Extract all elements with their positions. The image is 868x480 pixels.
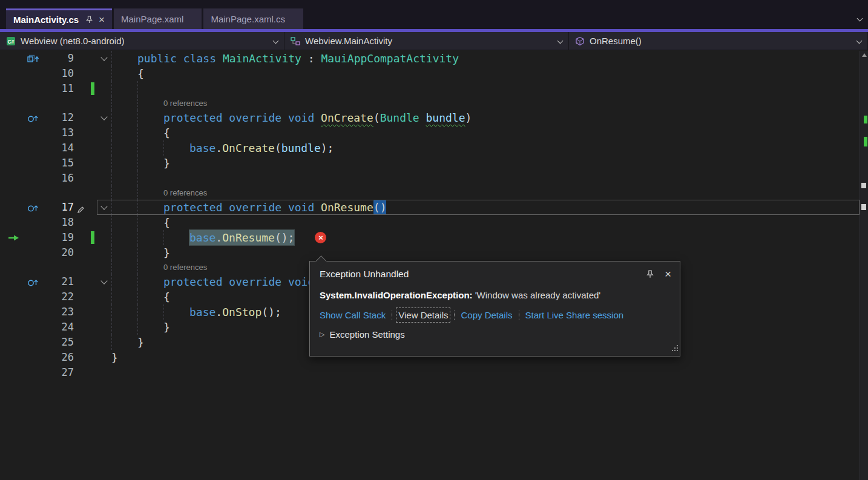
tab-bar: MainActivity.cs × MainPage.xaml MainPage…: [0, 0, 868, 29]
code-text[interactable]: 0 references: [111, 186, 207, 200]
line-number: 17: [44, 200, 74, 215]
inheritance-indicator-icon[interactable]: [23, 51, 44, 66]
code-text[interactable]: {: [111, 125, 170, 140]
change-bar: [91, 231, 94, 244]
pin-icon[interactable]: [645, 269, 655, 279]
code-text[interactable]: 0 references: [111, 260, 207, 274]
resize-grip[interactable]: [671, 342, 679, 355]
code-text[interactable]: }: [111, 320, 170, 335]
chevron-down-icon: [856, 38, 863, 44]
line-number: 10: [44, 66, 74, 81]
code-text[interactable]: protected override void OnResume(): [111, 200, 386, 215]
link-show-call-stack[interactable]: Show Call Stack: [320, 310, 386, 320]
close-icon[interactable]: ×: [665, 268, 671, 280]
code-line[interactable]: 20}: [0, 245, 868, 260]
tab-mainpage-xaml[interactable]: MainPage.xaml: [114, 8, 202, 29]
line-number: 11: [44, 81, 74, 96]
line-number: 19: [44, 230, 74, 245]
override-indicator-icon[interactable]: [23, 274, 44, 289]
line-number: 9: [44, 51, 74, 66]
codelens-row[interactable]: 0 references: [0, 96, 868, 110]
code-text[interactable]: [111, 171, 163, 186]
code-line[interactable]: 19base.OnResume();×: [0, 230, 868, 245]
line-number: 24: [44, 320, 74, 335]
separator: [454, 311, 455, 320]
line-number: [44, 96, 74, 110]
codelens-references[interactable]: 0 references: [163, 186, 207, 200]
separator: [392, 311, 392, 320]
code-line[interactable]: 11: [0, 81, 868, 96]
code-text[interactable]: }: [111, 245, 170, 260]
line-number: 22: [44, 289, 74, 304]
codelens-references[interactable]: 0 references: [163, 260, 207, 274]
code-text[interactable]: }: [111, 335, 144, 350]
line-number: 12: [44, 110, 74, 125]
line-number: [44, 186, 74, 200]
chevron-down-icon: [273, 38, 279, 44]
close-icon[interactable]: ×: [99, 15, 105, 25]
code-text[interactable]: protected override void OnCreate(Bundle …: [111, 110, 472, 125]
code-text[interactable]: }: [111, 350, 118, 365]
line-number: 16: [44, 171, 74, 186]
type-dropdown-label: Webview.MainActivity: [305, 36, 392, 46]
line-number: 14: [44, 140, 74, 156]
code-text[interactable]: [111, 81, 163, 96]
code-line[interactable]: 13{: [0, 125, 868, 140]
line-number: 13: [44, 125, 74, 140]
pin-icon[interactable]: [85, 15, 94, 24]
error-icon[interactable]: ×: [315, 232, 326, 243]
line-number: 20: [44, 245, 74, 260]
override-indicator-icon[interactable]: [23, 200, 44, 215]
fold-chevron-icon: [100, 113, 107, 120]
code-line[interactable]: 12protected override void OnCreate(Bundl…: [0, 110, 868, 125]
code-line[interactable]: 16: [0, 171, 868, 186]
current-statement-arrow-icon[interactable]: [0, 230, 23, 245]
exception-message: System.InvalidOperationException: 'Windo…: [320, 290, 670, 300]
link-copy-details[interactable]: Copy Details: [461, 310, 512, 320]
method-icon: [575, 36, 585, 46]
code-text[interactable]: 0 references: [111, 96, 207, 110]
exception-actions: Show Call Stack View Details Copy Detail…: [320, 310, 670, 320]
class-icon: [291, 37, 300, 45]
exception-settings-expander[interactable]: ▷ Exception Settings: [320, 329, 670, 340]
code-text[interactable]: {: [111, 215, 170, 230]
exception-type: System.InvalidOperationException:: [320, 290, 473, 300]
editor-navigation-bar: C# Webview (net8.0-android) Webview.Main…: [0, 32, 868, 50]
code-line[interactable]: 15}: [0, 156, 868, 171]
line-number: 21: [44, 274, 74, 289]
code-text[interactable]: {: [111, 289, 170, 304]
tab-mainpage-xaml-cs[interactable]: MainPage.xaml.cs: [203, 8, 303, 29]
type-dropdown[interactable]: Webview.MainActivity: [284, 32, 569, 50]
codelens-references[interactable]: 0 references: [163, 96, 207, 110]
tab-mainactivity-cs[interactable]: MainActivity.cs ×: [6, 8, 112, 29]
code-text[interactable]: }: [111, 156, 170, 171]
code-line[interactable]: 10{: [0, 66, 868, 81]
code-line[interactable]: 27: [0, 365, 868, 380]
member-dropdown[interactable]: OnResume(): [569, 32, 868, 50]
link-start-live-share[interactable]: Start Live Share session: [525, 310, 624, 320]
code-text[interactable]: public class MainActivity : MauiAppCompa…: [111, 51, 459, 66]
tab-overflow-chevron-down-icon[interactable]: [857, 16, 863, 22]
code-text[interactable]: base.OnResume();×: [111, 230, 326, 245]
override-indicator-icon[interactable]: [23, 110, 44, 125]
code-text[interactable]: base.OnCreate(bundle);: [111, 140, 334, 156]
code-line[interactable]: 14base.OnCreate(bundle);: [0, 140, 868, 156]
popup-title: Exception Unhandled: [320, 269, 409, 280]
code-text[interactable]: base.OnStop();: [111, 304, 281, 320]
white-scrollbar-mark: [861, 204, 866, 210]
code-text[interactable]: {: [111, 66, 144, 81]
green-scrollbar-mark: [864, 116, 867, 123]
code-line[interactable]: 9public class MainActivity : MauiAppComp…: [0, 51, 868, 66]
vertical-scrollbar[interactable]: [860, 51, 868, 480]
codelens-row[interactable]: 0 references: [0, 186, 868, 200]
line-number: 27: [44, 365, 74, 380]
code-line[interactable]: 18{: [0, 215, 868, 230]
exception-settings-label: Exception Settings: [329, 329, 404, 340]
code-line[interactable]: 17protected override void OnResume(): [0, 200, 868, 215]
scrollbar-up-arrow-icon[interactable]: [862, 53, 867, 57]
line-number: 15: [44, 156, 74, 171]
highlighted-statement: base.OnResume();: [189, 230, 294, 245]
code-editor[interactable]: 9public class MainActivity : MauiAppComp…: [0, 51, 868, 480]
link-view-details[interactable]: View Details: [398, 310, 448, 320]
project-dropdown[interactable]: C# Webview (net8.0-android): [0, 32, 284, 50]
